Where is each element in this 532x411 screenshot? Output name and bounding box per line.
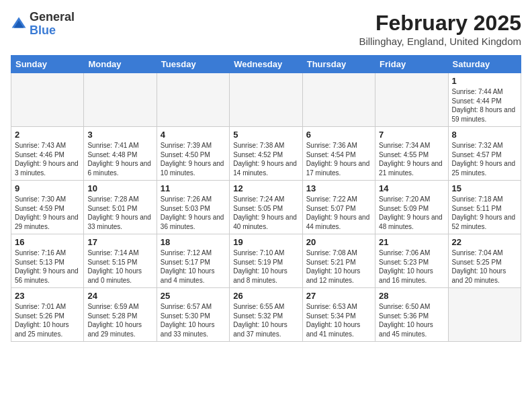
calendar-cell: 1Sunrise: 7:44 AM Sunset: 4:44 PM Daylig… [448,73,521,127]
calendar-cell: 13Sunrise: 7:22 AM Sunset: 5:07 PM Dayli… [302,181,375,234]
day-info: Sunrise: 7:28 AM Sunset: 5:01 PM Dayligh… [87,195,152,231]
calendar-cell [84,73,157,127]
day-number: 6 [306,130,371,140]
day-info: Sunrise: 7:43 AM Sunset: 4:46 PM Dayligh… [15,141,80,177]
day-info: Sunrise: 6:57 AM Sunset: 5:30 PM Dayligh… [161,302,226,338]
calendar-cell: 14Sunrise: 7:20 AM Sunset: 5:09 PM Dayli… [375,181,448,234]
day-info: Sunrise: 6:50 AM Sunset: 5:36 PM Dayligh… [379,302,444,338]
day-number: 4 [161,130,226,140]
day-number: 18 [161,237,226,247]
day-info: Sunrise: 7:26 AM Sunset: 5:03 PM Dayligh… [161,195,226,231]
day-number: 19 [233,237,298,247]
day-info: Sunrise: 7:04 AM Sunset: 5:25 PM Dayligh… [452,248,517,285]
calendar-cell [448,288,521,342]
day-number: 25 [161,291,226,301]
day-info: Sunrise: 7:22 AM Sunset: 5:07 PM Dayligh… [306,195,371,231]
day-number: 9 [15,183,80,193]
day-number: 2 [15,130,80,140]
calendar-cell [157,73,229,127]
calendar-cell: 22Sunrise: 7:04 AM Sunset: 5:25 PM Dayli… [448,234,521,288]
calendar-cell: 28Sunrise: 6:50 AM Sunset: 5:36 PM Dayli… [375,288,448,342]
day-number: 15 [452,183,517,193]
calendar-table: SundayMondayTuesdayWednesdayThursdayFrid… [11,55,521,342]
calendar-cell [230,73,302,127]
calendar-cell: 8Sunrise: 7:32 AM Sunset: 4:57 PM Daylig… [448,127,521,181]
day-number: 1 [452,76,517,86]
day-info: Sunrise: 7:30 AM Sunset: 4:59 PM Dayligh… [15,195,80,231]
title-block: February 2025 Billinghay, England, Unite… [359,11,521,47]
day-info: Sunrise: 7:32 AM Sunset: 4:57 PM Dayligh… [452,141,517,177]
calendar-cell: 27Sunrise: 6:53 AM Sunset: 5:34 PM Dayli… [302,288,375,342]
day-info: Sunrise: 7:20 AM Sunset: 5:09 PM Dayligh… [379,195,444,231]
calendar-cell: 9Sunrise: 7:30 AM Sunset: 4:59 PM Daylig… [11,181,84,234]
weekday-header-tuesday: Tuesday [157,56,229,73]
calendar-cell: 16Sunrise: 7:16 AM Sunset: 5:13 PM Dayli… [11,234,84,288]
day-info: Sunrise: 6:53 AM Sunset: 5:34 PM Dayligh… [306,302,371,338]
calendar-cell: 24Sunrise: 6:59 AM Sunset: 5:28 PM Dayli… [84,288,157,342]
calendar-cell: 19Sunrise: 7:10 AM Sunset: 5:19 PM Dayli… [230,234,302,288]
day-info: Sunrise: 7:41 AM Sunset: 4:48 PM Dayligh… [87,141,152,177]
week-row-4: 16Sunrise: 7:16 AM Sunset: 5:13 PM Dayli… [11,234,521,288]
day-info: Sunrise: 7:06 AM Sunset: 5:23 PM Dayligh… [379,248,444,285]
week-row-3: 9Sunrise: 7:30 AM Sunset: 4:59 PM Daylig… [11,181,521,234]
calendar-cell: 2Sunrise: 7:43 AM Sunset: 4:46 PM Daylig… [11,127,84,181]
day-number: 23 [15,291,80,301]
calendar-body: 1Sunrise: 7:44 AM Sunset: 4:44 PM Daylig… [11,73,521,342]
calendar-cell: 18Sunrise: 7:12 AM Sunset: 5:17 PM Dayli… [157,234,229,288]
day-number: 12 [233,183,298,193]
day-info: Sunrise: 7:16 AM Sunset: 5:13 PM Dayligh… [15,248,80,285]
location: Billinghay, England, United Kingdom [359,36,521,47]
day-number: 11 [161,183,226,193]
logo-icon [11,16,27,32]
day-number: 13 [306,183,371,193]
calendar-cell: 4Sunrise: 7:39 AM Sunset: 4:50 PM Daylig… [157,127,229,181]
day-number: 22 [452,237,517,247]
day-info: Sunrise: 7:24 AM Sunset: 5:05 PM Dayligh… [233,195,298,231]
logo: General Blue [11,11,75,38]
page-header: General Blue February 2025 Billinghay, E… [11,11,521,47]
day-number: 20 [306,237,371,247]
day-number: 21 [379,237,444,247]
calendar-cell [375,73,448,127]
calendar-cell: 7Sunrise: 7:34 AM Sunset: 4:55 PM Daylig… [375,127,448,181]
day-info: Sunrise: 7:10 AM Sunset: 5:19 PM Dayligh… [233,248,298,285]
day-number: 8 [452,130,517,140]
day-number: 16 [15,237,80,247]
weekday-header-sunday: Sunday [11,56,84,73]
calendar-cell: 5Sunrise: 7:38 AM Sunset: 4:52 PM Daylig… [230,127,302,181]
day-number: 27 [306,291,371,301]
month-title: February 2025 [359,11,521,36]
calendar-cell: 26Sunrise: 6:55 AM Sunset: 5:32 PM Dayli… [230,288,302,342]
calendar-cell: 11Sunrise: 7:26 AM Sunset: 5:03 PM Dayli… [157,181,229,234]
weekday-header-monday: Monday [84,56,157,73]
day-info: Sunrise: 7:34 AM Sunset: 4:55 PM Dayligh… [379,141,444,177]
day-number: 24 [87,291,152,301]
weekday-row: SundayMondayTuesdayWednesdayThursdayFrid… [11,56,521,73]
day-number: 5 [233,130,298,140]
day-info: Sunrise: 7:36 AM Sunset: 4:54 PM Dayligh… [306,141,371,177]
day-number: 14 [379,183,444,193]
logo-blue: Blue [30,24,56,37]
weekday-header-saturday: Saturday [448,56,521,73]
calendar-cell: 23Sunrise: 7:01 AM Sunset: 5:26 PM Dayli… [11,288,84,342]
calendar-cell: 12Sunrise: 7:24 AM Sunset: 5:05 PM Dayli… [230,181,302,234]
day-number: 3 [87,130,152,140]
day-info: Sunrise: 7:38 AM Sunset: 4:52 PM Dayligh… [233,141,298,177]
day-info: Sunrise: 7:08 AM Sunset: 5:21 PM Dayligh… [306,248,371,285]
weekday-header-wednesday: Wednesday [230,56,302,73]
weekday-header-friday: Friday [375,56,448,73]
calendar-cell: 10Sunrise: 7:28 AM Sunset: 5:01 PM Dayli… [84,181,157,234]
calendar-cell: 20Sunrise: 7:08 AM Sunset: 5:21 PM Dayli… [302,234,375,288]
day-number: 7 [379,130,444,140]
calendar-cell [302,73,375,127]
calendar-cell: 3Sunrise: 7:41 AM Sunset: 4:48 PM Daylig… [84,127,157,181]
day-info: Sunrise: 6:59 AM Sunset: 5:28 PM Dayligh… [87,302,152,338]
calendar-cell [11,73,84,127]
day-info: Sunrise: 7:18 AM Sunset: 5:11 PM Dayligh… [452,195,517,231]
logo-text: General Blue [30,11,75,38]
day-info: Sunrise: 7:14 AM Sunset: 5:15 PM Dayligh… [87,248,152,285]
day-info: Sunrise: 7:44 AM Sunset: 4:44 PM Dayligh… [452,87,517,124]
day-info: Sunrise: 6:55 AM Sunset: 5:32 PM Dayligh… [233,302,298,338]
calendar-cell: 15Sunrise: 7:18 AM Sunset: 5:11 PM Dayli… [448,181,521,234]
logo-general: General [30,10,75,24]
